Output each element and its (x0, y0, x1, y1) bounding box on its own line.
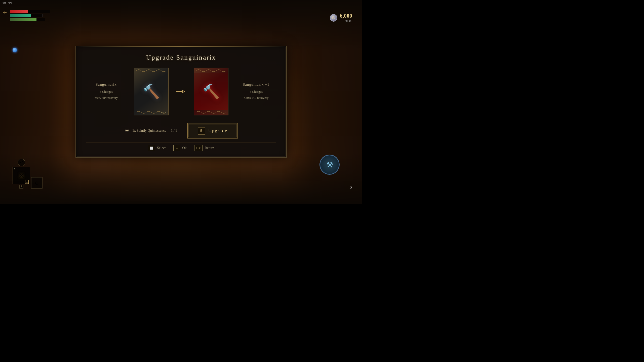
upgraded-item-name: Sanguinarix +1 (236, 82, 276, 87)
hp-bar-container (10, 10, 50, 13)
upgrade-key-badge: E (198, 127, 205, 134)
current-item-recovery: +0% HP recovery (86, 95, 126, 101)
inventory-slot: 🛡 3 ⚔ 1 R ⊙ (13, 159, 43, 189)
req-count: 1x (132, 129, 136, 132)
hp-bar (10, 10, 50, 13)
inventory-secondary-slot[interactable]: ⊙ (31, 177, 43, 189)
upgrade-arrow (176, 89, 186, 94)
item-level: 0 / 1 (161, 111, 166, 114)
control-ok: ↵ Ok (173, 145, 187, 151)
fp-bar (10, 14, 43, 17)
ceiling-dark (0, 0, 362, 50)
current-item-name: Sanguinarix (86, 82, 126, 87)
current-item-charges: 3 Charges (86, 89, 126, 95)
action-section: ☀ 1x Saintly Quintessence 1 / 1 E Upgrad… (86, 123, 276, 139)
ok-key: ↵ (173, 145, 180, 151)
control-select: ⬜ Select (148, 145, 166, 151)
card-upgraded-bottom-ornament (194, 110, 228, 115)
stamina-bar-container (10, 18, 50, 21)
control-return: ESC Return (194, 145, 214, 151)
requirement-item: ☀ 1x Saintly Quintessence 1 / 1 (124, 127, 177, 134)
upgraded-item-recovery: +20% HP recovery (236, 95, 276, 101)
upgrade-button-label: Upgrade (208, 128, 227, 133)
weapon-area: 2 ⚒ (350, 186, 352, 190)
return-label: Return (205, 146, 214, 150)
upgraded-item-card: 🔨 (194, 68, 228, 115)
select-key: ⬜ (148, 145, 155, 151)
currency-display: ⬡ 6,000 x1.00 (330, 13, 352, 23)
esc-key: ESC (194, 145, 203, 151)
select-label: Select (157, 146, 166, 150)
upgrade-dialog: Upgrade Sanguinarix Sanguinarix 3 Charge… (75, 46, 287, 158)
slot-weapon-icon: ⚔ (18, 171, 25, 180)
currency-multiplier: x1.00 (340, 19, 352, 23)
currency-info: 6,000 x1.00 (340, 13, 352, 23)
upgrade-button[interactable]: E Upgrade (187, 123, 238, 139)
slot-action-key: R (19, 185, 23, 189)
hud-bars: ✛ (10, 10, 50, 21)
card-top-ornament (134, 68, 168, 73)
weapon-number: 2 (350, 186, 352, 190)
requirement-icon: ☀ (124, 127, 130, 134)
inventory-main-slot[interactable]: 3 ⚔ 1 (13, 167, 30, 184)
dialog-title: Upgrade Sanguinarix (86, 54, 276, 61)
current-weapon-icon: 🔨 (143, 83, 160, 100)
currency-amount: 6,000 (340, 13, 352, 19)
card-upgraded-top-ornament (194, 68, 228, 73)
dialog-controls: ⬜ Select ↵ Ok ESC Return (86, 142, 276, 151)
hud-icon: ✛ (3, 10, 7, 16)
comparison-section: Sanguinarix 3 Charges +0% HP recovery 🔨 … (86, 68, 276, 115)
slot-key: 1 (25, 180, 29, 183)
upgraded-weapon-icon: 🔨 (203, 83, 220, 100)
slot-count: 3 (14, 168, 16, 171)
weapon-slot: ⚒ (319, 155, 340, 175)
ok-label: Ok (182, 146, 187, 150)
req-name: Saintly Quintessence (137, 129, 166, 132)
currency-icon: ⬡ (330, 14, 337, 22)
blue-orb (13, 48, 17, 52)
upgraded-item-charges: 4 Charges (236, 89, 276, 95)
stamina-bar (10, 18, 45, 21)
fps-counter: 60 FPS (3, 1, 13, 5)
req-inventory: 1 / 1 (171, 129, 177, 133)
current-item-info: Sanguinarix 3 Charges +0% HP recovery (86, 82, 126, 101)
current-item-card: 🔨 0 / 1 (134, 68, 169, 115)
fp-bar-container (10, 14, 50, 17)
slot-icon-shield: 🛡 (18, 159, 25, 166)
requirement-text: 1x Saintly Quintessence (132, 129, 166, 133)
floor-dark (0, 153, 362, 204)
upgraded-item-info: Sanguinarix +1 4 Charges +20% HP recover… (236, 82, 276, 101)
